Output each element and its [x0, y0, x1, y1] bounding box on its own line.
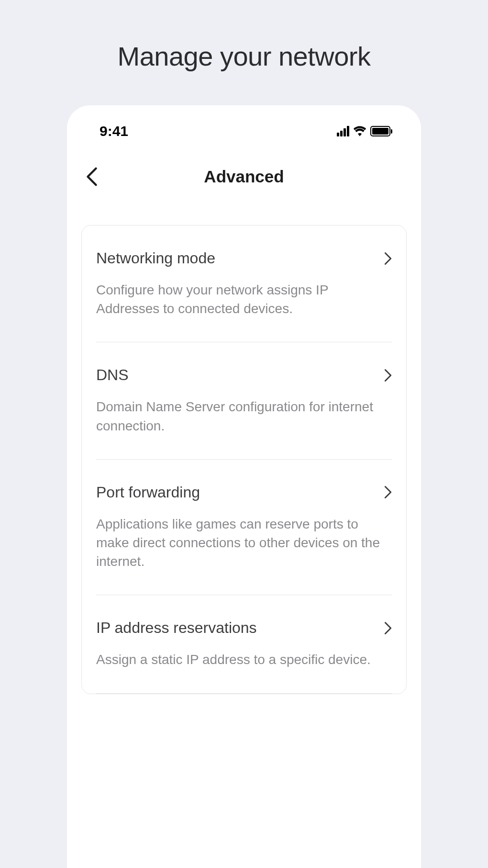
settings-item-ip-reservations[interactable]: IP address reservations Assign a static …	[96, 595, 392, 693]
settings-item-networking-mode[interactable]: Networking mode Configure how your netwo…	[96, 225, 392, 342]
status-icons	[337, 126, 392, 136]
page-title: Manage your network	[0, 41, 488, 72]
item-title: IP address reservations	[96, 619, 257, 637]
item-description: Domain Name Server configuration for int…	[96, 397, 392, 435]
item-description: Assign a static IP address to a specific…	[96, 650, 392, 669]
chevron-left-icon	[86, 167, 98, 187]
item-title: Networking mode	[96, 249, 215, 267]
wifi-icon	[353, 126, 366, 136]
settings-item-dns[interactable]: DNS Domain Name Server configuration for…	[96, 342, 392, 459]
item-title: DNS	[96, 366, 129, 384]
chevron-right-icon	[384, 369, 392, 382]
status-time: 9:41	[100, 123, 128, 139]
nav-title: Advanced	[204, 167, 284, 186]
item-header: IP address reservations	[96, 619, 392, 637]
chevron-right-icon	[384, 485, 392, 499]
settings-card: Networking mode Configure how your netwo…	[81, 225, 407, 694]
chevron-right-icon	[384, 621, 392, 635]
phone-frame: 9:41 Advanced Networking mode	[67, 105, 421, 868]
item-description: Applications like games can reserve port…	[96, 515, 392, 571]
settings-item-port-forwarding[interactable]: Port forwarding Applications like games …	[96, 460, 392, 596]
item-title: Port forwarding	[96, 484, 200, 501]
back-button[interactable]	[81, 162, 102, 192]
chevron-right-icon	[384, 252, 392, 265]
battery-icon	[370, 126, 392, 136]
item-header: DNS	[96, 366, 392, 384]
page-header: Manage your network	[0, 0, 488, 105]
item-header: Networking mode	[96, 249, 392, 267]
item-description: Configure how your network assigns IP Ad…	[96, 281, 392, 318]
status-bar: 9:41	[67, 120, 421, 143]
nav-header: Advanced	[67, 143, 421, 211]
cellular-signal-icon	[337, 126, 349, 136]
item-header: Port forwarding	[96, 484, 392, 501]
